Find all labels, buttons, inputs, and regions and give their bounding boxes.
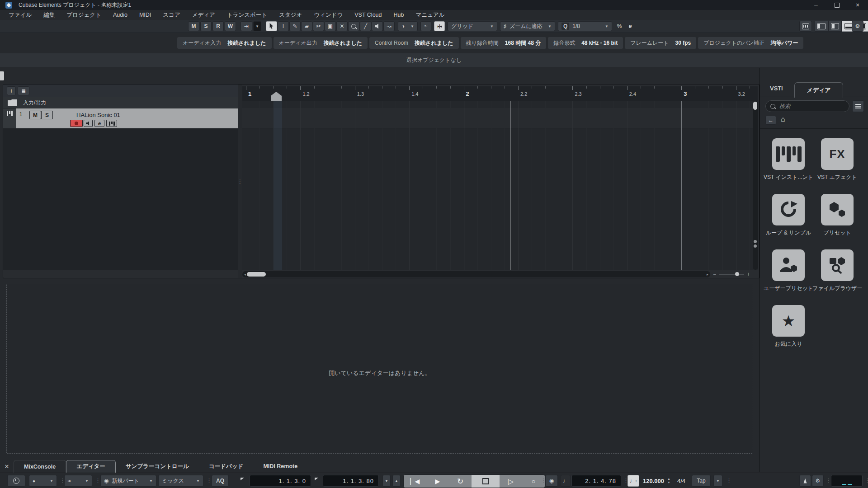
track-name[interactable]: HALion Sonic 01 — [76, 112, 120, 118]
tempo-mode-dropdown[interactable]: ▼ — [713, 475, 722, 487]
quantize-panel-button[interactable]: e — [626, 21, 635, 31]
automation-m-button[interactable]: M — [188, 21, 199, 31]
record-mode-menu[interactable]: ●▼ — [29, 475, 57, 487]
arrange-grid[interactable] — [242, 101, 758, 270]
left-locator-field[interactable]: 1. 1. 3. 0 — [250, 475, 311, 487]
media-list-view-button[interactable] — [852, 100, 864, 112]
setup-racks-button[interactable] — [799, 21, 812, 32]
automation-follow-button[interactable]: ≈ — [420, 21, 431, 31]
mute-button[interactable]: M — [29, 111, 41, 119]
menu-item-6[interactable]: メディア — [186, 10, 221, 20]
lower-tab-4[interactable]: MIDI Remote — [253, 460, 307, 473]
punch-out-button[interactable]: ▲ — [392, 475, 401, 487]
punch-in-button[interactable]: ▼ — [382, 475, 391, 487]
position-display[interactable]: 2. 1. 4. 78 — [571, 475, 621, 487]
draw-tool[interactable]: ✎ — [289, 21, 301, 31]
autoscroll-button[interactable]: ⇥ — [241, 21, 252, 31]
automation-s-button[interactable]: S — [200, 21, 212, 31]
metronome-setup-button[interactable] — [799, 475, 811, 487]
menu-item-9[interactable]: ウィンドウ — [308, 10, 349, 20]
menu-item-2[interactable]: プロジェクト — [61, 10, 107, 20]
info-cell-4[interactable]: 録音形式48 kHz - 16 bit — [548, 37, 623, 49]
mute-tool[interactable]: ✕ — [336, 21, 348, 31]
range-selection-tool[interactable]: I — [278, 21, 289, 31]
menu-item-12[interactable]: マニュアル — [410, 10, 450, 20]
media-tile-vst-effects[interactable]: FX — [821, 138, 854, 170]
media-tile-user-presets[interactable] — [772, 249, 805, 281]
automation-w-button[interactable]: W — [225, 21, 236, 31]
media-tile-vst-instruments[interactable] — [772, 138, 805, 170]
menu-item-1[interactable]: 編集 — [38, 10, 61, 20]
line-tool[interactable]: ╱ — [360, 21, 371, 31]
iterative-quantize-button[interactable]: % — [615, 21, 624, 31]
maximize-button[interactable] — [826, 0, 847, 10]
quantize-dropdown[interactable]: Q1/8▼ — [558, 21, 612, 31]
vertical-zoom-knob-a[interactable] — [754, 240, 757, 243]
left-divider-handle[interactable] — [0, 71, 4, 80]
media-search-box[interactable] — [765, 100, 849, 112]
automation-r-button[interactable]: R — [212, 21, 224, 31]
panel-splitter[interactable]: ⋮ — [238, 84, 242, 278]
tempo-track-button[interactable]: ♩↕ — [627, 475, 639, 487]
info-cell-5[interactable]: フレームレート30 fps — [625, 37, 696, 49]
media-tile-file-browser[interactable] — [821, 249, 854, 281]
menu-item-10[interactable]: VST Cloud — [349, 10, 387, 20]
timeline-ruler[interactable]: 11.21.31.422.22.32.433.2 — [242, 86, 758, 101]
left-zone-toggle-a[interactable] — [815, 21, 828, 32]
io-folder-track[interactable]: 入力/出力 — [3, 97, 238, 108]
vertical-zoom-knob-b[interactable] — [754, 244, 757, 248]
menu-item-3[interactable]: Audio — [107, 10, 133, 20]
glue-tool[interactable]: ▣ — [325, 21, 336, 31]
color-tool-menu[interactable]: ◑▼ — [398, 21, 418, 31]
time-format-button[interactable]: ♩ — [561, 475, 571, 487]
right-zone-tab-1[interactable]: メディア — [794, 82, 843, 98]
horizontal-scroll-thumb[interactable] — [247, 272, 266, 277]
info-cell-1[interactable]: オーディオ出力接続されました — [274, 37, 368, 49]
media-home-button[interactable]: ⌂ — [781, 116, 785, 123]
play-tool[interactable] — [372, 21, 383, 31]
auto-quantize-button[interactable]: AQ — [212, 475, 229, 487]
lower-zone-close-button[interactable]: ✕ — [0, 460, 14, 473]
lower-tab-3[interactable]: コードパッド — [199, 460, 253, 473]
record-enable-button[interactable] — [70, 120, 83, 127]
midi-mix-mode-menu[interactable]: ミックス▼ — [158, 475, 203, 487]
cycle-button[interactable]: ↻ — [449, 475, 472, 488]
tempo-spinner[interactable]: ▲▼ — [667, 477, 670, 484]
transport-setup-button[interactable]: ⚙ — [812, 475, 824, 487]
info-cell-6[interactable]: プロジェクトのパン補正均等パワー — [698, 37, 803, 49]
menu-item-11[interactable]: Hub — [388, 10, 410, 20]
grid-mode-dropdown[interactable]: ♯ズームに適応▼ — [500, 21, 555, 31]
audio-record-mode-menu[interactable]: ≈▼ — [64, 475, 92, 487]
lower-tab-1[interactable]: エディター — [66, 460, 116, 473]
goto-next-marker-button[interactable]: ▶ — [426, 475, 449, 488]
info-cell-2[interactable]: Control Room接続されました — [369, 37, 458, 49]
midi-record-mode-menu[interactable]: ◉新規パート▼ — [100, 475, 156, 487]
instrument-track[interactable]: 1 M S HALion Sonic 01 e — [3, 108, 238, 128]
media-tile-loops-samples[interactable] — [772, 194, 805, 225]
object-selection-tool[interactable] — [266, 21, 277, 31]
tap-tempo-button[interactable]: Tap — [692, 475, 711, 487]
scroll-right-icon[interactable]: ▸ — [705, 272, 710, 277]
performance-meter[interactable] — [831, 475, 863, 487]
stop-button[interactable] — [472, 475, 500, 488]
menu-item-4[interactable]: MIDI — [133, 10, 157, 20]
zoom-tool[interactable] — [348, 21, 359, 31]
media-tile-presets[interactable] — [821, 194, 854, 225]
lower-tab-0[interactable]: MixConsole — [14, 460, 66, 473]
metronome-click-button[interactable]: ◉ — [545, 475, 558, 487]
zoom-slider-knob[interactable] — [735, 272, 739, 276]
zoom-slider[interactable] — [719, 274, 744, 275]
vertical-scrollbar[interactable] — [753, 101, 758, 270]
minimize-button[interactable]: ─ — [806, 0, 826, 10]
track-preset-button[interactable]: ≣ — [18, 86, 29, 95]
toolbar-setup-button[interactable]: ⚙ — [852, 21, 863, 32]
solo-button[interactable]: S — [41, 111, 53, 119]
instrument-button[interactable] — [106, 120, 117, 127]
autoscroll-dropdown[interactable]: ▼ — [253, 21, 261, 31]
zoom-out-icon[interactable]: − — [713, 271, 716, 277]
scrub-tool[interactable]: ↝ — [383, 21, 395, 31]
grid-type-dropdown[interactable]: グリッド▼ — [448, 21, 497, 31]
play-button[interactable]: ▷ — [500, 475, 522, 488]
left-zone-toggle-b[interactable] — [828, 21, 842, 32]
right-zone-tab-0[interactable]: VSTi — [770, 85, 783, 92]
